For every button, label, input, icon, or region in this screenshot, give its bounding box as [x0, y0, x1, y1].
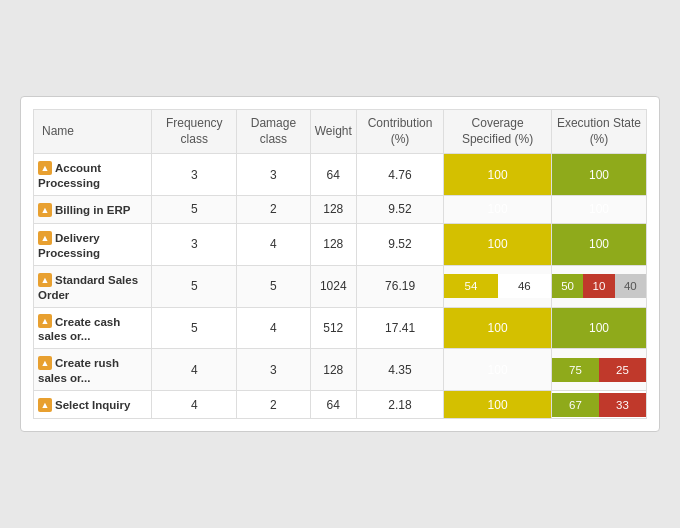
coverage-cell: 5446 — [444, 265, 552, 307]
weight-cell: 128 — [310, 349, 356, 391]
name-cell: ▲Billing in ERP — [34, 196, 152, 224]
row-name: Billing in ERP — [55, 204, 130, 216]
execution-a: 50 — [552, 274, 583, 298]
damage-class-cell: 2 — [237, 391, 311, 419]
coverage-cell: 100 — [444, 391, 552, 419]
table-row: ▲Select Inquiry42642.181006733 — [34, 391, 647, 419]
damage-class-cell: 3 — [237, 154, 311, 196]
frequency-class-cell: 4 — [152, 349, 237, 391]
execution-right: 33 — [599, 393, 646, 417]
coverage-right: 46 — [498, 274, 551, 298]
row-icon: ▲ — [38, 231, 52, 245]
row-icon: ▲ — [38, 398, 52, 412]
frequency-class-cell: 3 — [152, 223, 237, 265]
header-frequency-class: Frequency class — [152, 110, 237, 154]
weight-cell: 128 — [310, 196, 356, 224]
execution-cell: 100 — [551, 154, 646, 196]
damage-class-cell: 4 — [237, 223, 311, 265]
execution-left: 67 — [552, 393, 599, 417]
contribution-cell: 4.35 — [356, 349, 443, 391]
row-icon: ▲ — [38, 161, 52, 175]
main-container: Name Frequency class Damage class Weight… — [20, 96, 660, 432]
frequency-class-cell: 5 — [152, 307, 237, 349]
damage-class-cell: 2 — [237, 196, 311, 224]
row-name: Select Inquiry — [55, 399, 130, 411]
header-name: Name — [34, 110, 152, 154]
coverage-cell: 100 — [444, 349, 552, 391]
coverage-cell: 100 — [444, 196, 552, 224]
row-icon: ▲ — [38, 314, 52, 328]
table-row: ▲Create cash sales or...5451217.41100100 — [34, 307, 647, 349]
execution-cell: 100 — [551, 223, 646, 265]
row-icon: ▲ — [38, 356, 52, 370]
execution-right: 25 — [599, 358, 646, 382]
frequency-class-cell: 4 — [152, 391, 237, 419]
weight-cell: 512 — [310, 307, 356, 349]
table-row: ▲Account Processing33644.76100100 — [34, 154, 647, 196]
name-cell: ▲Create rush sales or... — [34, 349, 152, 391]
contribution-cell: 76.19 — [356, 265, 443, 307]
damage-class-cell: 5 — [237, 265, 311, 307]
table-row: ▲Delivery Processing341289.52100100 — [34, 223, 647, 265]
row-icon: ▲ — [38, 203, 52, 217]
contribution-cell: 17.41 — [356, 307, 443, 349]
coverage-cell: 100 — [444, 223, 552, 265]
damage-class-cell: 3 — [237, 349, 311, 391]
weight-cell: 128 — [310, 223, 356, 265]
damage-class-cell: 4 — [237, 307, 311, 349]
contribution-cell: 9.52 — [356, 196, 443, 224]
table-row: ▲Standard Sales Order55102476.1954465010… — [34, 265, 647, 307]
execution-cell: 7525 — [551, 349, 646, 391]
name-cell: ▲Delivery Processing — [34, 223, 152, 265]
header-weight: Weight — [310, 110, 356, 154]
coverage-cell: 100 — [444, 307, 552, 349]
execution-cell: 501040 — [551, 265, 646, 307]
execution-cell: 100 — [551, 307, 646, 349]
data-table: Name Frequency class Damage class Weight… — [33, 109, 647, 419]
name-cell: ▲Select Inquiry — [34, 391, 152, 419]
contribution-cell: 4.76 — [356, 154, 443, 196]
contribution-cell: 9.52 — [356, 223, 443, 265]
name-cell: ▲Create cash sales or... — [34, 307, 152, 349]
name-cell: ▲Account Processing — [34, 154, 152, 196]
execution-b: 10 — [583, 274, 614, 298]
header-coverage-specified: Coverage Specified (%) — [444, 110, 552, 154]
frequency-class-cell: 5 — [152, 265, 237, 307]
contribution-cell: 2.18 — [356, 391, 443, 419]
execution-c: 40 — [615, 274, 646, 298]
table-row: ▲Billing in ERP521289.52100100 — [34, 196, 647, 224]
execution-left: 75 — [552, 358, 599, 382]
name-cell: ▲Standard Sales Order — [34, 265, 152, 307]
frequency-class-cell: 5 — [152, 196, 237, 224]
coverage-left: 54 — [444, 274, 497, 298]
weight-cell: 64 — [310, 391, 356, 419]
row-icon: ▲ — [38, 273, 52, 287]
frequency-class-cell: 3 — [152, 154, 237, 196]
coverage-cell: 100 — [444, 154, 552, 196]
weight-cell: 64 — [310, 154, 356, 196]
header-execution-state: Execution State (%) — [551, 110, 646, 154]
weight-cell: 1024 — [310, 265, 356, 307]
table-row: ▲Create rush sales or...431284.351007525 — [34, 349, 647, 391]
header-contribution: Contribution (%) — [356, 110, 443, 154]
execution-cell: 100 — [551, 196, 646, 224]
header-damage-class: Damage class — [237, 110, 311, 154]
row-name: Standard Sales Order — [38, 274, 138, 301]
execution-cell: 6733 — [551, 391, 646, 419]
